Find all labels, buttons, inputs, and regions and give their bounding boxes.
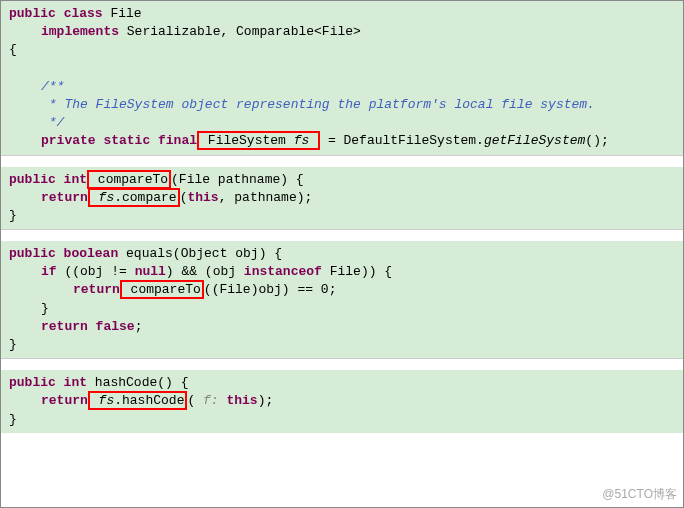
code-line: return fs.hashCode( f: this);: [9, 392, 675, 410]
highlight-box: FileSystem fs: [197, 131, 320, 150]
code-line: {: [9, 41, 675, 59]
keyword: public: [9, 6, 56, 21]
text: File: [103, 6, 142, 21]
keyword: null: [135, 264, 166, 279]
comment-line: /**: [9, 78, 675, 96]
keyword: int: [56, 375, 87, 390]
keyword: return: [41, 190, 88, 205]
text: (File pathname) {: [171, 172, 304, 187]
text: hashCode() {: [87, 375, 188, 390]
code-line: }: [9, 300, 675, 318]
text: = DefaultFileSystem.: [320, 133, 484, 148]
text: .compare: [114, 190, 176, 205]
keyword: instanceof: [244, 264, 322, 279]
keyword: this: [187, 190, 218, 205]
text: getFileSystem: [484, 133, 585, 148]
code-line: return false;: [9, 318, 675, 336]
code-line: implements Serializable, Comparable<File…: [9, 23, 675, 41]
keyword: if: [41, 264, 57, 279]
text: ) && (obj: [166, 264, 244, 279]
text: );: [258, 393, 274, 408]
keyword: class: [64, 6, 103, 21]
highlight-box: fs.hashCode: [88, 391, 188, 410]
keyword: return: [41, 393, 88, 408]
text: compareTo: [90, 172, 168, 187]
highlight-box: fs.compare: [88, 188, 180, 207]
code-line: }: [9, 207, 675, 225]
comment-line: */: [9, 114, 675, 132]
keyword: public: [9, 375, 56, 390]
code-line: }: [9, 411, 675, 429]
blank-line: [9, 60, 675, 78]
block-gap: [1, 358, 683, 370]
comment-line: * The FileSystem object representing the…: [9, 96, 675, 114]
code-line: return fs.compare(this, pathname);: [9, 189, 675, 207]
param-hint: f:: [195, 393, 226, 408]
code-block-1: public class File implements Serializabl…: [1, 1, 683, 155]
highlight-box: compareTo: [87, 170, 171, 189]
highlight-box: compareTo: [120, 280, 204, 299]
text: ((File)obj) == 0;: [204, 282, 337, 297]
code-line: private static final FileSystem fs = Def…: [9, 132, 675, 150]
keyword: return false: [41, 319, 135, 334]
text: File)) {: [322, 264, 392, 279]
code-line: public int hashCode() {: [9, 374, 675, 392]
code-line: public int compareTo(File pathname) {: [9, 171, 675, 189]
text: ;: [135, 319, 143, 334]
keyword: implements: [41, 24, 119, 39]
keyword: this: [226, 393, 257, 408]
code-line: }: [9, 336, 675, 354]
text: fs: [91, 393, 114, 408]
text: Serializable, Comparable<File>: [119, 24, 361, 39]
text: ();: [585, 133, 608, 148]
text: ((obj !=: [57, 264, 135, 279]
keyword: public: [9, 246, 56, 261]
keyword: boolean: [56, 246, 118, 261]
keyword: private static final: [41, 133, 197, 148]
text: compareTo: [123, 282, 201, 297]
keyword: public: [9, 172, 56, 187]
block-gap: [1, 155, 683, 167]
text: .hashCode: [114, 393, 184, 408]
code-line: public class File: [9, 5, 675, 23]
code-line: public boolean equals(Object obj) {: [9, 245, 675, 263]
text: fs: [294, 133, 310, 148]
text: equals(Object obj) {: [118, 246, 282, 261]
code-block-3: public boolean equals(Object obj) { if (…: [1, 241, 683, 358]
watermark: @51CTO博客: [602, 486, 677, 503]
keyword: int: [56, 172, 87, 187]
keyword: return: [73, 282, 120, 297]
text: fs: [91, 190, 114, 205]
block-gap: [1, 229, 683, 241]
text: FileSystem: [200, 133, 294, 148]
code-line: if ((obj != null) && (obj instanceof Fil…: [9, 263, 675, 281]
code-line: return compareTo((File)obj) == 0;: [9, 281, 675, 299]
code-block-2: public int compareTo(File pathname) { re…: [1, 167, 683, 230]
text: , pathname);: [219, 190, 313, 205]
code-block-4: public int hashCode() { return fs.hashCo…: [1, 370, 683, 433]
